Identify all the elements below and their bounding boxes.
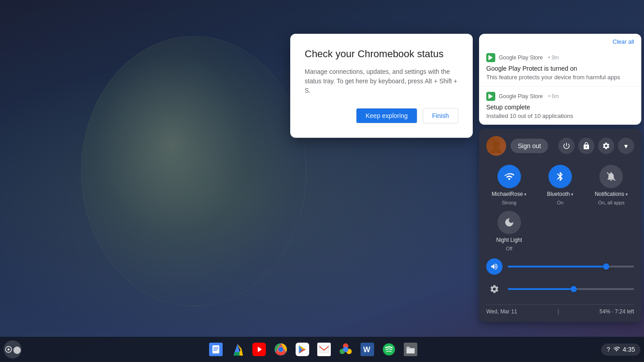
notif-title: Setup complete [486, 104, 634, 111]
taskbar-apps: W [25, 339, 601, 359]
notifications-status: On, all apps [598, 200, 625, 205]
notifications-header: Clear all [479, 34, 641, 48]
desktop-decoration [81, 36, 306, 306]
qs-footer: Wed, Mar 11 | 54% · 7:24 left [486, 304, 634, 315]
brightness-fill [508, 288, 574, 290]
notif-chevron: ▾ [626, 192, 628, 197]
battery-status: 54% · 7:24 left [599, 308, 634, 315]
volume-fill [508, 266, 606, 267]
taskbar-app-play[interactable] [292, 339, 312, 359]
night-light-toggle[interactable]: Night Light Off [486, 211, 532, 251]
settings-button[interactable] [598, 138, 614, 154]
notif-desc: This feature protects your device from h… [486, 74, 634, 81]
wifi-status: Strong [502, 200, 516, 205]
night-light-icon [498, 211, 521, 234]
taskbar-app-word[interactable]: W [357, 339, 377, 359]
clock-display: 4:35 [623, 346, 635, 353]
help-icon: ? [607, 346, 610, 353]
dialog-title: Check your Chromebook status [305, 48, 458, 60]
notif-source-name: Google Play Store [499, 93, 543, 100]
chevron-down-icon: ▾ [624, 142, 628, 150]
finish-button[interactable]: Finish [423, 108, 458, 123]
night-light-status: Off [506, 246, 512, 251]
volume-track[interactable] [508, 266, 634, 267]
svg-point-22 [279, 347, 283, 352]
notif-desc: Installed 10 out of 10 applications [486, 113, 634, 119]
notif-time: • 6m [548, 93, 559, 100]
svg-rect-8 [214, 349, 219, 350]
wifi-icon [498, 165, 521, 188]
notifications-panel: Clear all Google Play Store • 9m Google … [479, 34, 641, 125]
svg-text:W: W [363, 345, 370, 353]
qs-sliders [486, 258, 634, 297]
notification-item[interactable]: Google Play Store • 9m Google Play Prote… [479, 48, 641, 86]
svg-point-32 [383, 344, 395, 356]
taskbar-app-gmail[interactable] [314, 339, 334, 359]
taskbar-app-drive[interactable] [228, 339, 247, 359]
sign-out-button[interactable]: Sign out [511, 139, 548, 153]
svg-point-29 [343, 347, 348, 352]
launcher-button[interactable] [4, 340, 22, 358]
bluetooth-label: Bluetooth ▾ [547, 191, 574, 197]
bluetooth-toggle[interactable]: Bluetooth ▾ On [537, 165, 583, 205]
notif-time: • 9m [548, 54, 559, 61]
taskbar-app-youtube[interactable] [249, 339, 269, 359]
desktop: Check your Chromebook status Manage conn… [0, 0, 644, 362]
notif-source-row: Google Play Store • 6m [486, 92, 634, 101]
notification-item[interactable]: Google Play Store • 6m Setup complete In… [479, 86, 641, 125]
taskbar-app-files[interactable] [401, 339, 420, 359]
notifications-label: Notifications ▾ [595, 191, 628, 197]
svg-rect-9 [214, 350, 217, 351]
collapse-button[interactable]: ▾ [618, 138, 634, 154]
bluetooth-icon [548, 165, 572, 188]
taskbar-app-chrome[interactable] [271, 339, 291, 359]
keep-exploring-button[interactable]: Keep exploring [356, 108, 417, 123]
brightness-track[interactable] [508, 288, 634, 290]
taskbar-app-photos[interactable] [336, 339, 356, 359]
notif-source-name: Google Play Store [499, 54, 543, 61]
brightness-thumb[interactable] [571, 286, 577, 292]
svg-marker-15 [239, 349, 243, 356]
taskbar-right: ? 4:35 [601, 344, 640, 356]
wifi-label: MichaelRose ▾ [492, 191, 526, 197]
svg-point-1 [490, 148, 502, 153]
date-display: Wed, Mar 11 [486, 308, 517, 315]
svg-rect-7 [214, 348, 219, 348]
power-button[interactable] [558, 138, 575, 154]
wifi-chevron: ▾ [524, 192, 526, 197]
qs-header: Sign out ▾ [486, 136, 634, 156]
notif-source-row: Google Play Store • 9m [486, 53, 634, 62]
notif-title: Google Play Protect is turned on [486, 65, 634, 72]
play-store-icon [486, 53, 495, 62]
dialog-body: Manage connections, updates, and setting… [305, 67, 458, 95]
system-tray[interactable]: ? 4:35 [601, 344, 640, 356]
chromebook-status-dialog: Check your Chromebook status Manage conn… [290, 34, 473, 138]
wifi-tray-icon [613, 345, 620, 354]
qs-icon-buttons: ▾ [558, 138, 634, 154]
bluetooth-chevron: ▾ [571, 192, 573, 197]
brightness-slider-row [486, 281, 634, 297]
night-light-label: Night Light [496, 237, 522, 243]
qs-toggles-grid: MichaelRose ▾ Strong Bluetooth ▾ On [486, 165, 634, 251]
footer-separator: | [557, 308, 559, 315]
taskbar-app-docs[interactable] [206, 339, 226, 359]
bluetooth-status: On [557, 200, 564, 205]
wifi-toggle[interactable]: MichaelRose ▾ Strong [486, 165, 532, 205]
notifications-icon [599, 165, 623, 188]
user-avatar [486, 136, 506, 156]
volume-thumb[interactable] [603, 263, 609, 270]
taskbar-app-spotify[interactable] [379, 339, 399, 359]
notifications-toggle[interactable]: Notifications ▾ On, all apps [589, 165, 634, 205]
svg-point-4 [8, 348, 10, 351]
clear-all-button[interactable]: Clear all [612, 38, 634, 45]
taskbar: W [0, 337, 644, 362]
volume-icon [486, 258, 502, 275]
volume-slider-row [486, 258, 634, 275]
play-store-icon [486, 92, 495, 101]
brightness-icon [486, 281, 502, 297]
lock-button[interactable] [578, 138, 594, 154]
dialog-actions: Keep exploring Finish [305, 108, 458, 123]
quick-settings-panel: Sign out ▾ [479, 129, 641, 322]
svg-point-0 [493, 141, 500, 148]
